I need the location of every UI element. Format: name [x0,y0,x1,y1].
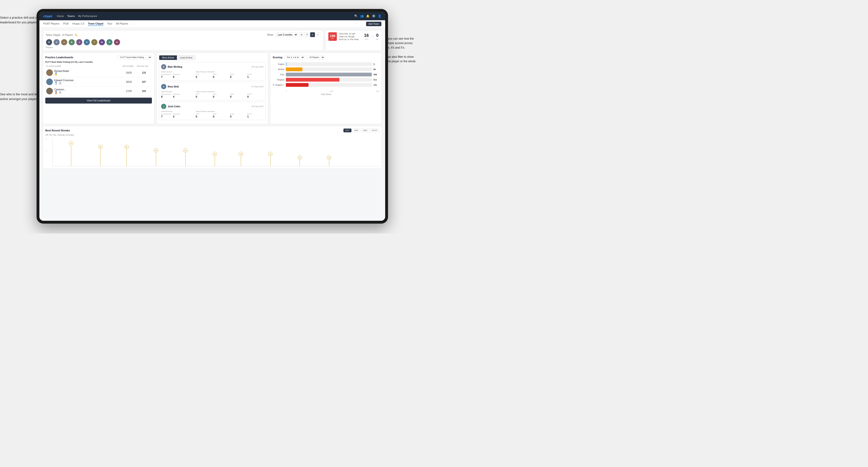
lb-score-3: 17/20 [122,90,136,92]
nav-item-performance[interactable]: My Performance [78,14,97,18]
shot-card: 198 SC Shot Dist: 16 yds Start Lie: Roug… [325,30,382,51]
streaks-title: Best Round Streaks [45,129,70,132]
streak-point-2: 6x [98,145,102,166]
activity-tabs: Most Active Least Active [159,55,195,60]
table-view-icon[interactable]: ≡ [316,32,320,37]
subnav-hcaps[interactable]: Hcaps 1-5 [72,22,84,26]
nav-item-teams[interactable]: Teams [67,14,75,18]
apc-practice-label-2: Practice [173,93,180,95]
practice-leaderboards-header: Practice Leaderboards PUTT Must Make Put… [45,55,152,59]
lb-player-3: Cameron... 🥉 3 [46,88,121,94]
add-team-button[interactable]: Add Team [366,22,381,26]
grid-view-icon[interactable]: ⊞ [299,32,304,37]
show-select[interactable]: Last 3 months [275,33,298,37]
view-full-leaderboard-button[interactable]: View Full Leaderboard [45,98,152,103]
bar-label-eagles: Eagles [273,63,284,65]
team-area: Team Clippd 14 Players ✏️ Show: Last 3 m… [43,30,382,51]
axis-200: 200 [330,90,333,92]
subnav-pgat[interactable]: PGAT Players [43,22,59,26]
bar-fill-dbogeys [286,83,309,87]
scoring-par-filter[interactable]: Par 3, 4 & 5s [284,55,305,59]
apc-ott-label-1: OTT [196,73,212,75]
dist1-value: 16 [364,33,369,38]
bar-value-eagles: 3 [373,63,379,65]
subnav-team-clippd[interactable]: Team Clippd [88,22,103,26]
lb-medal-3: 🥉 [54,91,58,94]
y-label-top: 6 [46,138,47,139]
scoring-panel: Scoring Par 3, 4 & 5s All Players Eagles [270,53,382,124]
avatar-8[interactable]: M [99,39,105,45]
streaks-header: Best Round Streaks OTT APP ARG PUTT [45,129,379,132]
users-icon[interactable]: 👥 [360,14,364,18]
streak-filter-putt[interactable]: PUTT [370,129,379,132]
axis-0: 0 [286,90,287,92]
streak-pin-8 [270,157,271,166]
bar-fill-birdies [286,67,302,71]
streak-point-9: 3x [298,155,302,166]
avatar-5[interactable]: J [76,39,83,45]
subnav-pga[interactable]: PGA [63,22,69,26]
apc-rounds-sub-1: Tournament 7 Practice 6 [161,73,194,78]
apc-arg-label-1: ARG [230,73,246,75]
bar-row-eagles: Eagles 3 [273,62,379,66]
lb-col-avg: PB AVG SQ [137,65,151,67]
streak-filter-ott[interactable]: OTT [343,129,351,132]
tab-least-active[interactable]: Least Active [177,55,195,60]
subnav-all-players[interactable]: All Players [116,22,128,26]
avatar-1[interactable]: R [46,39,52,45]
team-title-area: Team Clippd 14 Players ✏️ [46,33,78,37]
avatar-9[interactable]: P [106,39,113,45]
apc-putt-l2: PUTT [247,93,264,95]
edit-icon[interactable]: ✏️ [75,34,78,36]
leaderboard-subtitle: PUTT Must Make Putting (3-6 ft), Last 3 … [45,61,152,63]
bar-row-bogeys: Bogeys 311 [273,78,379,82]
apc-header-1: B Blair McHarg 26 Aug 2023 [161,64,264,69]
bell-icon[interactable]: 🔔 [366,14,370,18]
avatar-2[interactable]: E [53,39,60,45]
content-grid: Practice Leaderboards PUTT Must Make Put… [43,53,382,124]
apc-rounds-sub-3: Tournament 7 Practice 2 [161,113,194,118]
apc-putt-v2: 0 [247,95,264,98]
practice-drill-dropdown[interactable]: PUTT Must Make Putting ... [118,55,152,59]
streak-badge-4: 5x [154,148,158,153]
apc-avatar-2: R [161,84,166,89]
tab-most-active[interactable]: Most Active [159,55,177,60]
avatar-icon[interactable]: 👤 [378,14,381,18]
lb-avatar-2 [46,79,53,85]
streaks-chart-area: 7x 6x 6x 5x [52,138,379,166]
apc-rounds-3: Total Rounds Tournament 7 Practice 2 [161,111,194,118]
practice-leaderboards-title: Practice Leaderboards [45,56,73,59]
lb-score-2: 18/20 [122,81,136,83]
streak-filter-arg[interactable]: ARG [361,129,369,132]
streak-filter-app[interactable]: APP [352,129,360,132]
apc-avatar-1: B [161,64,166,69]
show-label: Show: [267,33,274,36]
player-count: 14 Players [62,34,73,36]
settings-icon[interactable]: ⚙️ [372,14,375,18]
streak-pin-5 [185,153,186,166]
lb-row-3: Cameron... 🥉 3 17/20 103 [45,87,152,96]
card-view-icon[interactable]: ⊟ [310,32,315,37]
bar-fill-pars [286,73,372,76]
lb-medal-2: 🥈 [54,82,58,85]
avatar-3[interactable]: C [61,39,67,45]
avatar-4[interactable]: B [68,39,75,45]
list-view-icon[interactable]: ☰ [305,32,309,37]
streak-badge-5: 5x [183,148,187,153]
bar-container-dbogeys [286,83,372,87]
scoring-player-filter[interactable]: All Players [307,55,325,59]
avatar-6[interactable]: S [84,39,90,45]
apc-arg-val-1: 0 [230,75,246,78]
streak-point-7: 4x [239,152,243,166]
streak-pin-10 [329,160,329,166]
bar-container-pars [286,73,372,76]
nav-item-home[interactable]: Home [57,14,64,18]
search-icon[interactable]: 🔍 [354,14,358,18]
streak-badge-9: 3x [298,155,302,160]
subnav-tour[interactable]: Tour [107,22,112,26]
apc-practice-activities-3: Total Practice Activities OTT0 APP0 ARG0… [196,111,264,118]
avatar-7[interactable]: T [91,39,98,45]
avatar-10[interactable]: D [114,39,120,45]
nav-items: Home Teams My Performance [57,14,354,18]
apc-practice-act-label-1: Total Practice Activities [196,71,264,73]
